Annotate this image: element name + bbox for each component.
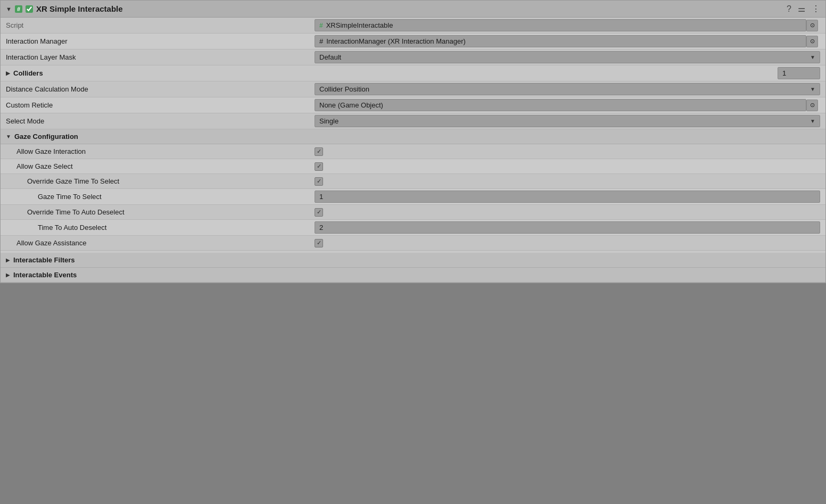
allow-gaze-assistance-checkbox[interactable]: ✓ xyxy=(315,239,323,247)
custom-reticle-label: Custom Reticle xyxy=(6,101,315,109)
gaze-config-label: Gaze Configuration xyxy=(14,133,78,141)
gaze-time-row: Gaze Time To Select 1 xyxy=(1,189,825,205)
allow-gaze-interaction-value: ✓ xyxy=(315,147,820,156)
custom-reticle-target-button[interactable]: ⊙ xyxy=(806,100,818,111)
interaction-layer-value: Default ▼ xyxy=(315,51,820,63)
override-gaze-time-checkbox[interactable]: ✓ xyxy=(315,177,323,186)
allow-gaze-select-row: Allow Gaze Select ✓ xyxy=(1,159,825,174)
distance-calc-text: Collider Position xyxy=(319,85,369,93)
custom-reticle-field: None (Game Object) xyxy=(315,99,806,111)
select-mode-arrow-icon: ▼ xyxy=(810,118,815,124)
allow-gaze-interaction-checkbox[interactable]: ✓ xyxy=(315,147,323,156)
distance-calc-value: Collider Position ▼ xyxy=(315,83,820,95)
collapse-arrow[interactable]: ▼ xyxy=(6,6,12,12)
override-gaze-time-row: Override Gaze Time To Select ✓ xyxy=(1,174,825,189)
custom-reticle-row: Custom Reticle None (Game Object) ⊙ xyxy=(1,97,825,113)
interaction-layer-label: Interaction Layer Mask xyxy=(6,53,315,61)
im-target-button[interactable]: ⊙ xyxy=(806,36,818,47)
component-title: XR Simple Interactable xyxy=(36,4,783,13)
allow-gaze-interaction-label: Allow Gaze Interaction xyxy=(6,147,315,155)
override-auto-deselect-value: ✓ xyxy=(315,208,820,217)
allow-gaze-assistance-value: ✓ xyxy=(315,239,820,247)
interactable-events-section: ▶ Interactable Events xyxy=(1,268,825,283)
override-auto-deselect-row: Override Time To Auto Deselect ✓ xyxy=(1,205,825,220)
interaction-layer-row: Interaction Layer Mask Default ▼ xyxy=(1,49,825,65)
enabled-checkbox[interactable] xyxy=(26,5,33,13)
settings-icon[interactable]: ⚌ xyxy=(798,4,805,14)
distance-calc-dropdown[interactable]: Collider Position ▼ xyxy=(315,83,820,95)
im-hash-icon: # xyxy=(319,37,323,45)
time-auto-deselect-value: 2 xyxy=(315,221,820,234)
script-label: Script xyxy=(6,21,315,29)
colliders-collapse-icon[interactable]: ▶ xyxy=(6,70,10,76)
hash-badge: # xyxy=(15,5,22,13)
gaze-time-value: 1 xyxy=(315,191,820,203)
interactable-events-collapse-icon[interactable]: ▶ xyxy=(6,272,10,278)
allow-gaze-assistance-label: Allow Gaze Assistance xyxy=(6,239,315,247)
select-mode-dropdown[interactable]: Single ▼ xyxy=(315,115,820,127)
help-icon[interactable]: ? xyxy=(787,4,791,14)
interaction-layer-arrow-icon: ▼ xyxy=(810,54,815,60)
more-icon[interactable]: ⋮ xyxy=(812,4,820,14)
interactable-filters-collapse-icon[interactable]: ▶ xyxy=(6,257,10,263)
time-auto-deselect-row: Time To Auto Deselect 2 xyxy=(1,220,825,236)
distance-calc-arrow-icon: ▼ xyxy=(810,86,815,92)
component-header: ▼ # XR Simple Interactable ? ⚌ ⋮ xyxy=(1,1,825,18)
custom-reticle-text: None (Game Object) xyxy=(319,101,383,109)
interaction-layer-dropdown[interactable]: Default ▼ xyxy=(315,51,820,63)
allow-gaze-select-checkbox[interactable]: ✓ xyxy=(315,162,323,171)
time-auto-deselect-label: Time To Auto Deselect xyxy=(6,224,315,232)
script-target-button[interactable]: ⊙ xyxy=(806,20,818,31)
interaction-manager-value: # InteractionManager (XR Interaction Man… xyxy=(315,35,820,47)
override-auto-deselect-label: Override Time To Auto Deselect xyxy=(6,208,315,216)
allow-gaze-interaction-row: Allow Gaze Interaction ✓ xyxy=(1,144,825,159)
allow-gaze-select-value: ✓ xyxy=(315,162,820,171)
interaction-layer-text: Default xyxy=(319,53,341,61)
custom-reticle-value: None (Game Object) ⊙ xyxy=(315,99,820,111)
component-panel: ▼ # XR Simple Interactable ? ⚌ ⋮ Script … xyxy=(0,0,826,283)
interaction-manager-row: Interaction Manager # InteractionManager… xyxy=(1,34,825,49)
script-value: # XRSimpleInteractable ⊙ xyxy=(315,19,820,31)
override-gaze-time-value: ✓ xyxy=(315,177,820,186)
override-auto-deselect-checkbox[interactable]: ✓ xyxy=(315,208,323,217)
script-field: # XRSimpleInteractable xyxy=(315,19,806,31)
allow-gaze-select-label: Allow Gaze Select xyxy=(6,162,315,170)
colliders-label: Colliders xyxy=(13,69,43,77)
interaction-manager-field: # InteractionManager (XR Interaction Man… xyxy=(315,35,806,47)
gaze-config-collapse-icon[interactable]: ▼ xyxy=(6,134,11,139)
colliders-number-field[interactable]: 1 xyxy=(778,67,820,79)
gaze-time-field[interactable]: 1 xyxy=(315,191,820,203)
script-field-text: XRSimpleInteractable xyxy=(326,21,393,29)
header-icons: ? ⚌ ⋮ xyxy=(787,4,820,14)
select-mode-row: Select Mode Single ▼ xyxy=(1,113,825,129)
colliders-row: ▶ Colliders 1 xyxy=(1,65,825,81)
script-row: Script # XRSimpleInteractable ⊙ xyxy=(1,18,825,34)
interactable-filters-section: ▶ Interactable Filters xyxy=(1,253,825,268)
override-gaze-time-label: Override Gaze Time To Select xyxy=(6,177,315,185)
allow-gaze-assistance-row: Allow Gaze Assistance ✓ xyxy=(1,236,825,251)
interaction-manager-label: Interaction Manager xyxy=(6,37,315,45)
im-field-text: InteractionManager (XR Interaction Manag… xyxy=(326,37,466,45)
select-mode-label: Select Mode xyxy=(6,117,315,125)
colliders-label-container: ▶ Colliders xyxy=(6,69,315,77)
gaze-config-section: ▼ Gaze Configuration xyxy=(1,129,825,144)
interactable-filters-label: Interactable Filters xyxy=(13,256,75,264)
time-auto-deselect-field[interactable]: 2 xyxy=(315,221,820,234)
select-mode-value: Single ▼ xyxy=(315,115,820,127)
gaze-time-label: Gaze Time To Select xyxy=(6,193,315,201)
distance-calc-row: Distance Calculation Mode Collider Posit… xyxy=(1,81,825,97)
distance-calc-label: Distance Calculation Mode xyxy=(6,85,315,93)
script-hash-icon: # xyxy=(319,22,323,29)
colliders-value: 1 xyxy=(315,67,820,79)
interactable-events-label: Interactable Events xyxy=(13,271,77,279)
select-mode-text: Single xyxy=(319,117,338,125)
